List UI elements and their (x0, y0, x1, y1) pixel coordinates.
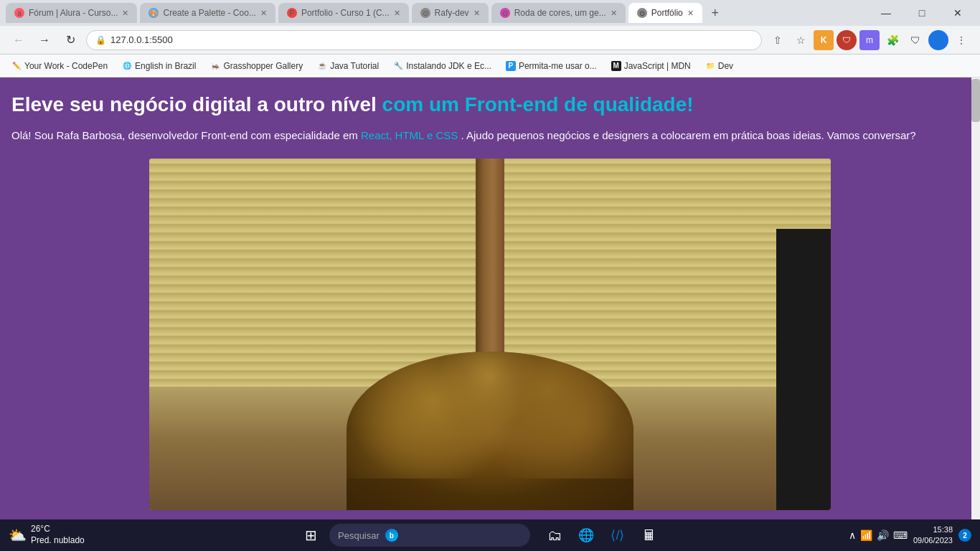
tab-close-2[interactable]: ✕ (260, 9, 267, 18)
clock-time: 15:38 (913, 524, 953, 535)
start-button[interactable]: ⊞ (296, 521, 325, 550)
hero-subtitle-link[interactable]: React, HTML e CSS (361, 129, 458, 141)
hair-element (347, 352, 633, 510)
url-text: 127.0.0.1:5500 (110, 34, 173, 45)
puzzle-icon[interactable]: 🧩 (882, 30, 903, 50)
bookmark-label-grasshopper: Grasshopper Gallery (223, 61, 303, 71)
close-button[interactable]: ✕ (941, 3, 974, 23)
bookmark-label-mdn: JavaScript | MDN (624, 61, 691, 71)
hero-title-main: Eleve seu negócio digital a outro nível (11, 93, 377, 116)
bookmark-codepen[interactable]: ✏️ Your Work - CodePen (6, 60, 113, 72)
url-bar[interactable]: 🔒 127.0.0.1:5500 (86, 30, 762, 50)
system-icons: ∧ 📶 🔊 ⌨ (849, 529, 908, 541)
chevron-up-icon[interactable]: ∧ (849, 529, 856, 541)
bookmark-label-english: English in Brazil (135, 61, 196, 71)
taskbar-search[interactable]: Pesquisar b (329, 524, 530, 547)
user-icon[interactable]: 👤 (928, 30, 948, 50)
bookmark-mdn[interactable]: M JavaScript | MDN (606, 60, 697, 72)
tab-favicon-3: P (287, 8, 297, 18)
bookmark-label-codepen: Your Work - CodePen (24, 61, 108, 71)
extension-shield-icon[interactable]: 🛡 (837, 30, 857, 50)
tab-label-6: Portfólio (651, 8, 683, 18)
tab-label-3: Portfolio - Curso 1 (C... (301, 8, 390, 18)
bookmark-label-jdk: Instalando JDK e Ec... (406, 61, 491, 71)
taskbar-left: ⛅ 26°C Pred. nublado (9, 524, 152, 546)
page-body: Eleve seu negócio digital a outro nível … (0, 77, 980, 519)
browser-tab-5[interactable]: ⊙ Roda de cores, um ge... ✕ (491, 3, 626, 23)
bookmark-grasshopper[interactable]: 🦗 Grasshopper Gallery (204, 60, 308, 72)
minimize-button[interactable]: — (870, 3, 903, 23)
bookmark-java[interactable]: ☕ Java Tutorial (311, 60, 385, 72)
hero-subtitle: Olá! Sou Rafa Barbosa, desenvolvedor Fro… (11, 128, 969, 144)
extension-k-icon[interactable]: K (814, 30, 834, 50)
bookmark-dev[interactable]: 📁 Dev (699, 60, 739, 72)
scrollbar-thumb[interactable] (971, 79, 980, 122)
search-placeholder: Pesquisar (338, 530, 380, 541)
tab-close-6[interactable]: ✕ (687, 9, 694, 18)
taskbar-vscode-app[interactable]: ⟨/⟩ (603, 521, 632, 550)
bookmark-favicon-mdn: M (611, 61, 621, 71)
weather-desc: Pred. nublado (31, 535, 85, 547)
maximize-button[interactable]: □ (905, 3, 938, 23)
bookmark-favicon-jdk: 🔧 (393, 61, 403, 71)
bookmark-favicon-permita: P (506, 61, 516, 71)
tab-close-3[interactable]: ✕ (394, 9, 400, 18)
tab-favicon-2: 🎨 (149, 8, 159, 18)
window-controls: — □ ✕ (870, 3, 974, 23)
browser-tab-1[interactable]: a Fórum | Alura - Curso... ✕ (6, 3, 137, 23)
network-icon[interactable]: 📶 (860, 529, 872, 541)
browser-tab-6[interactable]: ⊙ Portfólio ✕ (628, 3, 702, 23)
taskbar-apps: 🗂 🌐 ⟨/⟩ 🖩 (540, 521, 664, 550)
bookmark-icon[interactable]: ☆ (791, 30, 811, 50)
security2-icon[interactable]: 🛡 (905, 30, 925, 50)
taskbar-calculator-app[interactable]: 🖩 (635, 521, 664, 550)
tab-close-5[interactable]: ✕ (611, 9, 617, 18)
hero-heading: Eleve seu negócio digital a outro nível … (11, 92, 969, 118)
tab-label-2: Create a Palette - Coo... (163, 8, 255, 18)
clock-date: 09/06/2023 (913, 535, 953, 546)
forward-button[interactable]: → (34, 30, 55, 50)
bookmark-favicon-grasshopper: 🦗 (210, 61, 220, 71)
keyboard-icon[interactable]: ⌨ (893, 529, 908, 541)
security-icon: 🔒 (95, 35, 106, 45)
hero-subtitle-before: Olá! Sou Rafa Barbosa, desenvolvedor Fro… (11, 129, 358, 141)
weather-icon: ⛅ (9, 527, 27, 544)
back-button[interactable]: ← (9, 30, 29, 50)
tab-favicon-5: ⊙ (500, 8, 510, 18)
browser-tab-3[interactable]: P Portfolio - Curso 1 (C... ✕ (278, 3, 409, 23)
bookmark-favicon-java: ☕ (317, 61, 327, 71)
tab-close-1[interactable]: ✕ (122, 9, 128, 18)
tab-label-5: Roda de cores, um ge... (514, 8, 606, 18)
bookmark-permita[interactable]: P Permita-me usar o... (500, 60, 603, 72)
notification-badge[interactable]: 2 (958, 529, 971, 542)
bookmark-jdk[interactable]: 🔧 Instalando JDK e Ec... (387, 60, 497, 72)
volume-icon[interactable]: 🔊 (877, 529, 889, 541)
toolbar-icons: ⇧ ☆ K 🛡 m 🧩 🛡 👤 ⋮ (768, 30, 971, 50)
weather-temp: 26°C (31, 524, 85, 535)
taskbar-chrome-app[interactable]: 🌐 (572, 521, 600, 550)
title-bar: a Fórum | Alura - Curso... ✕ 🎨 Create a … (0, 0, 980, 26)
bookmark-english[interactable]: 🌐 English in Brazil (116, 60, 202, 72)
clock-widget[interactable]: 15:38 09/06/2023 (913, 524, 953, 547)
scrollbar[interactable] (971, 77, 980, 519)
weather-widget[interactable]: ⛅ 26°C Pred. nublado (9, 524, 85, 546)
new-tab-button[interactable]: + (705, 3, 725, 23)
main-content: Eleve seu negócio digital a outro nível … (0, 77, 980, 519)
tab-label-1: Fórum | Alura - Curso... (29, 8, 118, 18)
dark-panel-element (776, 229, 831, 510)
menu-icon[interactable]: ⋮ (951, 30, 971, 50)
bookmark-label-permita: Permita-me usar o... (519, 61, 597, 71)
bing-icon: b (385, 529, 398, 542)
browser-tab-2[interactable]: 🎨 Create a Palette - Coo... ✕ (140, 3, 275, 23)
browser-tab-4[interactable]: ⊙ Rafy-dev ✕ (412, 3, 489, 23)
reload-button[interactable]: ↻ (60, 30, 80, 50)
bookmark-favicon-dev: 📁 (705, 61, 715, 71)
hair-curls-element (347, 352, 633, 478)
extension-m-icon[interactable]: m (859, 30, 880, 50)
tab-favicon-6: ⊙ (637, 8, 647, 18)
share-icon[interactable]: ⇧ (768, 30, 788, 50)
taskbar-files-app[interactable]: 🗂 (540, 521, 569, 550)
tab-label-4: Rafy-dev (435, 8, 469, 18)
bookmark-favicon-codepen: ✏️ (11, 61, 22, 71)
tab-close-4[interactable]: ✕ (473, 9, 480, 18)
